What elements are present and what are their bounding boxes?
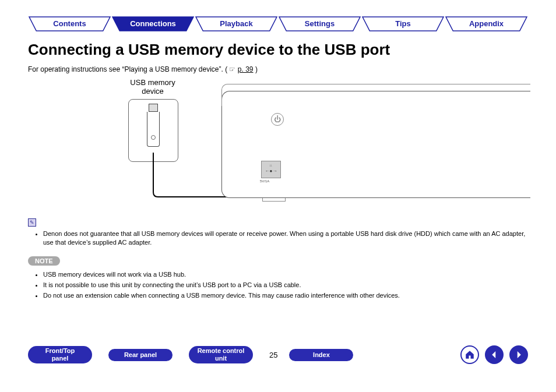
footer-btn-index[interactable]: Index [289,349,353,361]
usb-port-label: 5V/1A [260,179,269,183]
intro-suffix: ) [255,65,258,73]
page-number: 25 [269,351,277,359]
note-bullet: USB memory devices will not work via a U… [43,269,528,280]
tab-label: Playback [220,19,252,28]
note-badge: NOTE [28,256,60,266]
footer-btn-rear-panel[interactable]: Rear panel [108,349,173,361]
info-bullet: Denon does not guarantee that all USB me… [43,229,528,247]
tab-tips[interactable]: Tips [361,16,445,31]
note-bullet: Do not use an extension cable when conne… [43,290,528,301]
connection-diagram: USB memory device ⏻ ⎍ ←●→ 5V/1A [82,78,530,206]
page-title: Connecting a USB memory device to the US… [28,41,390,59]
tab-label: Connections [130,19,176,28]
tab-label: Contents [53,19,86,28]
page-ref-icon: ☞ [229,65,235,73]
tab-label: Tips [395,19,411,28]
footer-btn-remote-control-unit[interactable]: Remote control unit [189,346,253,363]
device-foot [262,198,286,202]
tab-appendix[interactable]: Appendix [445,16,528,31]
pencil-icon: ✎ [28,218,36,227]
intro-text: For operating instructions see “Playing … [28,65,258,73]
info-list: Denon does not guarantee that all USB me… [35,229,528,247]
page-ref-link[interactable]: p. 39 [238,65,254,73]
tab-playback[interactable]: Playback [195,16,278,31]
note-list: USB memory devices will not work via a U… [35,269,528,301]
power-icon: ⏻ [271,113,284,126]
tab-connections[interactable]: Connections [111,16,195,31]
tab-contents[interactable]: Contents [28,16,111,31]
footer-nav: Front/Top panel Rear panel Remote contro… [28,343,528,366]
usb-port-icon: ⎍ ←●→ [261,161,281,178]
tab-label: Appendix [469,19,504,28]
usb-device-label: USB memory device [118,78,188,96]
next-page-icon[interactable] [509,345,528,364]
footer-btn-front-top-panel[interactable]: Front/Top panel [28,346,92,363]
tab-label: Settings [305,19,335,28]
prev-page-icon[interactable] [485,345,504,364]
note-bullet: It is not possible to use this unit by c… [43,280,528,290]
usb-stick-icon [147,104,160,153]
device-top-edge [221,84,530,106]
intro-prefix: For operating instructions see “Playing … [28,65,227,73]
home-icon[interactable] [460,345,479,364]
tab-settings[interactable]: Settings [278,16,361,31]
top-tabs: Contents Connections Playback Settings T… [28,16,528,33]
